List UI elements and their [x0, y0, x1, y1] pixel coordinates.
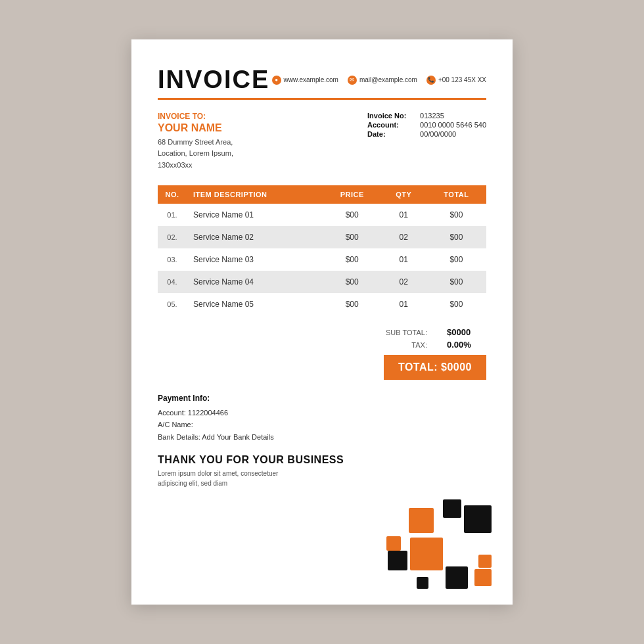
cell-total: $00	[426, 226, 486, 248]
globe-icon: ●	[272, 76, 281, 85]
sq8	[474, 569, 492, 586]
total-final-box: TOTAL: $0000	[384, 355, 486, 380]
bill-right: Invoice No: 013235 Account: 0010 0000 56…	[367, 112, 486, 172]
table-row: 05. Service Name 05 $00 01 $00	[158, 293, 486, 315]
cell-total: $00	[426, 271, 486, 293]
cell-no: 01.	[158, 204, 187, 226]
decorative-squares	[394, 497, 493, 589]
cell-total: $00	[426, 248, 486, 271]
payment-ac-name: A/C Name:	[158, 419, 486, 431]
tax-label: TAX:	[375, 341, 427, 349]
payment-title: Payment Info:	[158, 392, 486, 405]
account-value: 0010 0000 5646 540	[420, 121, 486, 129]
col-total: TOTAL	[426, 185, 486, 204]
website-contact: ● www.example.com	[272, 76, 338, 85]
cell-price: $00	[323, 248, 381, 271]
lorem-text: Lorem ipsum dolor sit amet, consectetuer…	[158, 469, 486, 488]
cell-price: $00	[323, 271, 381, 293]
sq4	[410, 538, 443, 570]
phone-text: +00 123 45X XX	[438, 76, 486, 83]
totals-section: SUB TOTAL: $0000 TAX: 0.00% TOTAL: $0000	[158, 327, 486, 380]
tax-row: TAX: 0.00%	[375, 340, 486, 350]
table-row: 02. Service Name 02 $00 02 $00	[158, 226, 486, 248]
cell-qty: 01	[381, 248, 426, 271]
cell-no: 05.	[158, 293, 187, 315]
subtotal-value: $0000	[447, 327, 486, 337]
bill-name: YOUR NAME	[158, 122, 233, 134]
cell-description: Service Name 01	[187, 204, 323, 226]
payment-bank: Bank Details: Add Your Bank Details	[158, 431, 486, 444]
totals-table: SUB TOTAL: $0000 TAX: 0.00% TOTAL: $0000	[375, 327, 486, 380]
final-total-row: TOTAL: $0000	[375, 355, 486, 380]
invoice-table: NO. ITEM DESCRIPTION PRICE QTY TOTAL 01.…	[158, 185, 486, 315]
cell-price: $00	[323, 226, 381, 248]
account-row: Account: 0010 0000 5646 540	[367, 121, 486, 129]
sq10	[417, 577, 428, 589]
bottom-section: Payment Info: Account: 1122004466 A/C Na…	[158, 392, 486, 488]
thank-you-text: THANK YOU FOR YOUR BUSINESS	[158, 454, 486, 466]
sq3	[464, 505, 492, 533]
cell-total: $00	[426, 293, 486, 315]
cell-qty: 02	[381, 271, 426, 293]
phone-icon: 📞	[426, 76, 436, 85]
invoice-no-value: 013235	[420, 112, 444, 120]
subtotal-row: SUB TOTAL: $0000	[375, 327, 486, 337]
col-price: PRICE	[323, 185, 381, 204]
sq9	[478, 555, 492, 568]
cell-no: 04.	[158, 271, 187, 293]
cell-qty: 02	[381, 226, 426, 248]
table-row: 01. Service Name 01 $00 01 $00	[158, 204, 486, 226]
sq5	[386, 536, 401, 551]
table-header-row: NO. ITEM DESCRIPTION PRICE QTY TOTAL	[158, 185, 486, 204]
payment-account: Account: 1122004466	[158, 407, 486, 419]
invoice-no-row: Invoice No: 013235	[367, 112, 486, 120]
cell-description: Service Name 02	[187, 226, 323, 248]
invoice-card: INVOICE ● www.example.com ✉ mail@example…	[131, 39, 513, 605]
bill-name-prefix: YOUR	[158, 122, 188, 133]
email-contact: ✉ mail@example.com	[348, 76, 417, 85]
cell-qty: 01	[381, 293, 426, 315]
payment-info: Payment Info: Account: 1122004466 A/C Na…	[158, 392, 486, 443]
sq6	[388, 551, 407, 570]
table-body: 01. Service Name 01 $00 01 $00 02. Servi…	[158, 204, 486, 315]
website-text: www.example.com	[284, 76, 338, 83]
header-divider	[158, 98, 486, 100]
col-no: NO.	[158, 185, 187, 204]
contact-info: ● www.example.com ✉ mail@example.com 📞 +…	[272, 76, 486, 85]
sq7	[446, 566, 468, 589]
subtotal-label: SUB TOTAL:	[375, 329, 427, 336]
cell-qty: 01	[381, 204, 426, 226]
email-icon: ✉	[348, 76, 357, 85]
cell-no: 03.	[158, 248, 187, 271]
table-row: 03. Service Name 03 $00 01 $00	[158, 248, 486, 271]
date-value: 00/00/0000	[420, 130, 456, 138]
date-label: Date:	[367, 130, 413, 138]
thank-you-section: THANK YOU FOR YOUR BUSINESS Lorem ipsum …	[158, 454, 486, 488]
cell-price: $00	[323, 293, 381, 315]
cell-total: $00	[426, 204, 486, 226]
date-row: Date: 00/00/0000	[367, 130, 486, 138]
col-description: ITEM DESCRIPTION	[187, 185, 323, 204]
col-qty: QTY	[381, 185, 426, 204]
cell-price: $00	[323, 204, 381, 226]
invoice-title: INVOICE	[158, 66, 269, 94]
tax-value: 0.00%	[447, 340, 486, 350]
cell-no: 02.	[158, 226, 187, 248]
bill-address: 68 Dummy Street Area,Location, Lorem Ips…	[158, 137, 233, 172]
invoice-no-label: Invoice No:	[367, 112, 413, 120]
bill-to-label: INVOICE TO:	[158, 112, 233, 121]
sq1	[409, 508, 434, 533]
account-label: Account:	[367, 121, 413, 129]
phone-contact: 📞 +00 123 45X XX	[426, 76, 486, 85]
bill-left: INVOICE TO: YOUR NAME 68 Dummy Street Ar…	[158, 112, 233, 172]
bill-name-suffix: NAME	[188, 122, 222, 133]
table-row: 04. Service Name 04 $00 02 $00	[158, 271, 486, 293]
cell-description: Service Name 05	[187, 293, 323, 315]
sq2	[443, 499, 461, 518]
cell-description: Service Name 04	[187, 271, 323, 293]
invoice-header: INVOICE ● www.example.com ✉ mail@example…	[158, 66, 486, 94]
email-text: mail@example.com	[359, 76, 417, 83]
bill-section: INVOICE TO: YOUR NAME 68 Dummy Street Ar…	[158, 112, 486, 172]
cell-description: Service Name 03	[187, 248, 323, 271]
